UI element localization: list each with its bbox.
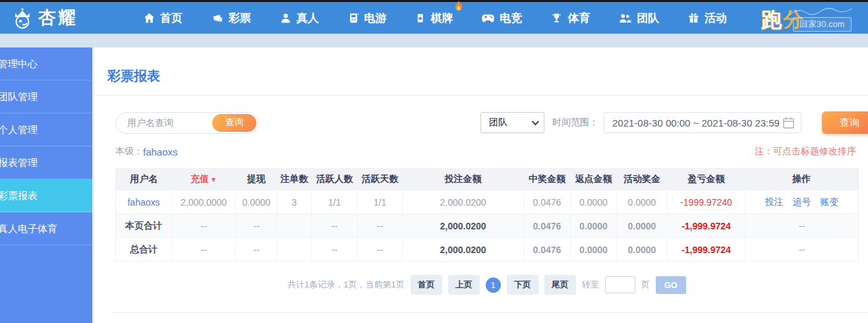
nav-item-首页[interactable]: 首页 (142, 8, 184, 28)
table-row-summary: 总合计--------2,000.02000.04760.00000.0000-… (116, 238, 859, 262)
poker-card-icon (415, 13, 425, 24)
sidebar-item-团队管理[interactable]: 团队管理 (0, 80, 92, 113)
column-header-提现[interactable]: 提现 (236, 169, 277, 191)
username-link[interactable]: fahaoxs (116, 191, 172, 214)
gamepad-icon (482, 13, 494, 24)
sidebar: 管理中心团队管理个人管理报表管理彩票报表真人电子体育 (0, 47, 92, 323)
search-button[interactable]: 查询 (822, 111, 868, 134)
title-divider (94, 95, 868, 96)
page-title: 彩票报表 (107, 67, 868, 85)
hot-flame-icon (454, 1, 463, 15)
goto-label: 转至 (582, 279, 599, 291)
table-cell: -1,999.9724 (668, 214, 745, 238)
column-header-盈亏金额[interactable]: 盈亏金额 (668, 169, 745, 191)
nav-item-电竞[interactable]: 电竞 (480, 8, 523, 28)
table-body: fahaoxs2,000.00000.000031/11/12,000.0200… (116, 191, 859, 262)
table-cell (277, 214, 312, 238)
nav-item-团队[interactable]: 团队 (618, 8, 660, 28)
username-search-pill: 查询 (115, 112, 259, 134)
column-header-返点金额[interactable]: 返点金额 (571, 169, 617, 191)
table-cell: -- (358, 238, 403, 262)
column-header-活跃天数[interactable]: 活跃天数 (358, 169, 403, 191)
table-cell: 0.0000 (571, 238, 617, 262)
actions-cell: 投注追号账变 (745, 191, 859, 214)
crown-emblem-icon (11, 6, 34, 30)
next-page-button[interactable]: 下页 (507, 275, 538, 295)
table-cell: 0.0476 (524, 238, 571, 262)
last-page-button[interactable]: 尾页 (544, 275, 576, 295)
table-cell: 2,000.0200 (403, 214, 524, 238)
table-cell: 1/1 (312, 191, 358, 214)
action-link-追号[interactable]: 追号 (793, 196, 811, 207)
table-cell: 0.0000 (617, 238, 668, 262)
arcade-machine-icon (348, 13, 359, 24)
trophy-icon (551, 13, 562, 24)
username-search-button[interactable]: 查询 (212, 114, 256, 132)
table-row-data: fahaoxs2,000.00000.000031/11/12,000.0200… (116, 191, 859, 214)
column-header-活跃人数[interactable]: 活跃人数 (312, 169, 358, 191)
table-cell: 本页合计 (116, 214, 172, 238)
home-icon (144, 13, 155, 24)
table-cell: 0.0000 (617, 214, 668, 238)
table-cell: 2,000.0000 (172, 191, 236, 214)
table-cell: 0.0000 (571, 191, 617, 214)
column-header-充值[interactable]: 充值▼ (172, 169, 236, 191)
action-link-投注[interactable]: 投注 (765, 196, 784, 207)
lottery-ticket-icon (212, 13, 223, 24)
nav-item-活动[interactable]: 活动 (687, 8, 728, 28)
table-cell: -- (358, 214, 403, 238)
sidebar-item-真人电子体育[interactable]: 真人电子体育 (0, 212, 92, 245)
table-cell: -- (745, 238, 859, 262)
sub-nav-band (0, 34, 868, 47)
team-icon (619, 13, 631, 24)
date-range-input[interactable] (612, 117, 782, 129)
brand-logo[interactable]: 杏耀 (11, 6, 109, 30)
scope-select[interactable]: 团队 (480, 112, 544, 133)
sidebar-item-彩票报表[interactable]: 彩票报表 (0, 179, 92, 212)
gift-icon (688, 13, 699, 24)
first-page-button[interactable]: 首页 (411, 275, 442, 295)
nav-item-棋牌[interactable]: 棋牌 (414, 8, 454, 28)
corner-logo[interactable]: 跑分 回家30.com (761, 2, 865, 34)
table-cell: -- (312, 238, 358, 262)
level-label: 本级： (115, 146, 143, 158)
table-cell: 0.0000 (617, 191, 668, 214)
calendar-icon[interactable] (782, 116, 796, 130)
pagination-bar: 共计1条记录，1页，当前第1页 首页 上页 1 下页 尾页 转至 页 GO (115, 275, 858, 295)
watermark-badge: 回家30.com (793, 17, 852, 32)
goto-page-input[interactable] (605, 276, 635, 293)
nav-item-体育[interactable]: 体育 (550, 8, 591, 28)
nav-items: 首页彩票真人电游棋牌电竞体育团队活动 (129, 8, 741, 28)
column-header-中奖金额[interactable]: 中奖金额 (524, 169, 571, 191)
column-header-活动奖金[interactable]: 活动奖金 (617, 169, 668, 191)
scope-select-value: 团队 (489, 117, 532, 129)
table-cell: 3 (277, 191, 312, 214)
sidebar-item-个人管理[interactable]: 个人管理 (0, 113, 92, 146)
chevron-down-icon (532, 118, 539, 125)
current-page-badge[interactable]: 1 (486, 278, 501, 293)
nav-item-真人[interactable]: 真人 (279, 8, 320, 28)
nav-item-电游[interactable]: 电游 (347, 8, 388, 28)
sidebar-item-报表管理[interactable]: 报表管理 (0, 146, 92, 179)
go-button[interactable]: GO (656, 276, 686, 294)
table-cell: 2,000.0200 (403, 191, 524, 214)
sidebar-item-管理中心[interactable]: 管理中心 (0, 47, 92, 80)
table-cell: 0.0476 (524, 214, 571, 238)
filter-bar: 查询 团队 时间范围： 查询 (115, 111, 868, 134)
table-cell: 0.0476 (524, 191, 571, 214)
nav-item-彩票[interactable]: 彩票 (210, 8, 252, 28)
sort-desc-icon: ▼ (210, 176, 217, 183)
page-unit-label: 页 (641, 279, 650, 291)
column-header-操作[interactable]: 操作 (745, 169, 859, 191)
column-header-用户名[interactable]: 用户名 (116, 169, 172, 191)
action-link-账变[interactable]: 账变 (821, 196, 839, 207)
column-header-投注金额[interactable]: 投注金额 (403, 169, 524, 191)
level-row: 本级： fahaoxs 注：可点击标题修改排序 (115, 146, 847, 158)
level-user-link[interactable]: fahaoxs (143, 146, 178, 158)
column-header-注单数[interactable]: 注单数 (277, 169, 312, 191)
prev-page-button[interactable]: 上页 (448, 275, 480, 295)
top-navbar: 杏耀 首页彩票真人电游棋牌电竞体育团队活动 跑分 回家30.com (0, 2, 868, 34)
username-search-input[interactable] (127, 117, 212, 128)
table-row-summary: 本页合计--------2,000.02000.04760.00000.0000… (116, 214, 859, 238)
table-cell: -1,999.9724 (668, 238, 745, 262)
